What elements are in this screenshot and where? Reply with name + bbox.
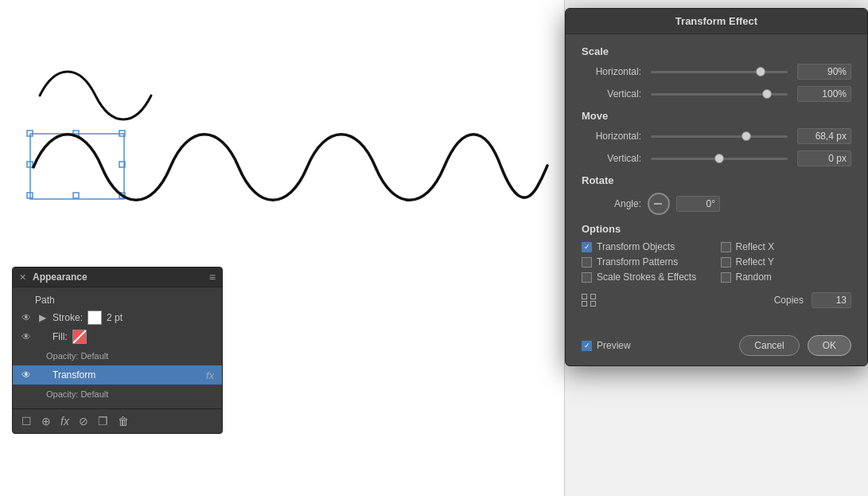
duplicate-icon[interactable]: ❐ xyxy=(95,413,111,429)
options-section-label: Options xyxy=(582,223,851,235)
options-grid: Transform Objects Reflect X Transform Pa… xyxy=(582,241,851,283)
angle-input[interactable] xyxy=(676,196,720,212)
transform-label: Transform xyxy=(53,369,201,381)
scale-strokes-checkbox[interactable] xyxy=(582,272,592,283)
stroke-label: Stroke: xyxy=(53,312,83,323)
wave-illustration xyxy=(16,48,557,223)
stroke-expand-icon[interactable]: ▶ xyxy=(37,312,48,323)
transform-effect-dialog: Transform Effect Scale Horizontal: Verti… xyxy=(565,8,868,366)
transform-patterns-row[interactable]: Transform Patterns xyxy=(582,256,713,268)
scale-vertical-label: Vertical: xyxy=(582,88,641,100)
copies-dot-1 xyxy=(582,294,587,299)
add-layer-icon[interactable]: ☐ xyxy=(19,413,34,429)
reflect-y-checkbox[interactable] xyxy=(721,257,731,268)
fx-footer-icon[interactable]: fx xyxy=(58,413,72,429)
fill-row: 👁 Fill: xyxy=(13,327,222,346)
angle-dial-indicator xyxy=(654,203,662,205)
panel-titlebar: ✕ Appearance ≡ xyxy=(13,268,222,287)
path-label: Path xyxy=(35,295,55,306)
copies-input[interactable] xyxy=(812,292,851,308)
svg-rect-0 xyxy=(30,134,124,199)
scale-horizontal-row: Horizontal: xyxy=(582,64,851,80)
move-horizontal-input[interactable] xyxy=(797,128,851,144)
opacity-label-1: Opacity: Default xyxy=(46,351,108,361)
transform-visibility-icon[interactable]: 👁 xyxy=(21,369,32,381)
fill-visibility-icon[interactable]: 👁 xyxy=(21,331,32,342)
transform-patterns-checkbox[interactable] xyxy=(582,257,592,268)
ok-button[interactable]: OK xyxy=(808,335,851,356)
reflect-x-row[interactable]: Reflect X xyxy=(721,241,852,252)
dialog-title: Transform Effect xyxy=(566,9,867,34)
rotate-row: Angle: xyxy=(582,193,851,215)
delete-icon[interactable]: ⊘ xyxy=(76,413,91,429)
dialog-footer: Preview Cancel OK xyxy=(566,329,867,365)
scale-vertical-row: Vertical: xyxy=(582,86,851,102)
scale-vertical-slider[interactable] xyxy=(651,93,788,96)
opacity-label-2: Opacity: Default xyxy=(46,389,108,399)
cancel-button[interactable]: Cancel xyxy=(739,335,799,356)
transform-objects-row[interactable]: Transform Objects xyxy=(582,241,713,252)
stroke-value: 2 pt xyxy=(107,312,123,323)
copies-label: Copies xyxy=(774,295,804,306)
reflect-y-row[interactable]: Reflect Y xyxy=(721,256,852,268)
scale-strokes-row[interactable]: Scale Strokes & Effects xyxy=(582,271,713,283)
angle-dial[interactable] xyxy=(648,193,670,215)
copies-dot-3 xyxy=(582,301,587,307)
scale-vertical-input[interactable] xyxy=(797,86,851,102)
random-checkbox[interactable] xyxy=(721,272,731,283)
move-vertical-slider[interactable] xyxy=(651,158,788,160)
stroke-color-box[interactable] xyxy=(88,310,102,325)
rotate-section-label: Rotate xyxy=(582,174,851,186)
scale-section-label: Scale xyxy=(582,45,851,57)
appearance-panel: ✕ Appearance ≡ Path 👁 ▶ Stroke: 2 pt 👁 F… xyxy=(12,267,223,434)
move-vertical-label: Vertical: xyxy=(582,153,641,164)
stroke-row: 👁 ▶ Stroke: 2 pt xyxy=(13,308,222,327)
opacity-row-1: Opacity: Default xyxy=(13,346,222,365)
move-horizontal-slider[interactable] xyxy=(651,135,788,138)
fx-badge: fx xyxy=(206,369,214,381)
scale-horizontal-label: Horizontal: xyxy=(582,66,641,77)
svg-rect-7 xyxy=(73,193,79,198)
random-row[interactable]: Random xyxy=(721,271,852,283)
stroke-visibility-icon[interactable]: 👁 xyxy=(21,312,32,323)
new-art-icon[interactable]: ⊕ xyxy=(39,413,53,429)
panel-title: Appearance xyxy=(33,271,88,283)
opacity-row-2: Opacity: Default xyxy=(13,385,222,404)
random-label: Random xyxy=(736,271,772,283)
preview-checkbox[interactable] xyxy=(582,341,592,351)
preview-label: Preview xyxy=(597,340,631,351)
trash-icon[interactable]: 🗑 xyxy=(115,413,131,429)
move-horizontal-label: Horizontal: xyxy=(582,131,641,142)
copies-icon xyxy=(582,294,597,307)
move-horizontal-row: Horizontal: xyxy=(582,128,851,144)
transform-objects-label: Transform Objects xyxy=(597,241,675,252)
transform-patterns-label: Transform Patterns xyxy=(597,256,678,268)
panel-menu-icon[interactable]: ≡ xyxy=(209,271,216,283)
transform-row[interactable]: 👁 Transform fx xyxy=(13,365,222,385)
move-section-label: Move xyxy=(582,110,851,122)
fill-color-box[interactable] xyxy=(72,330,87,344)
move-vertical-input[interactable] xyxy=(797,150,851,166)
scale-horizontal-input[interactable] xyxy=(797,64,851,80)
copies-dot-2 xyxy=(590,294,596,299)
preview-row: Preview xyxy=(582,340,731,351)
copies-dot-4 xyxy=(590,301,596,307)
reflect-y-label: Reflect Y xyxy=(736,256,774,268)
angle-label: Angle: xyxy=(582,198,641,209)
transform-objects-checkbox[interactable] xyxy=(582,242,592,252)
reflect-x-label: Reflect X xyxy=(736,241,775,252)
move-vertical-row: Vertical: xyxy=(582,150,851,166)
reflect-x-checkbox[interactable] xyxy=(721,242,731,252)
scale-strokes-label: Scale Strokes & Effects xyxy=(597,271,696,283)
scale-horizontal-slider[interactable] xyxy=(651,71,788,73)
panel-footer: ☐ ⊕ fx ⊘ ❐ 🗑 xyxy=(13,408,222,433)
panel-close-button[interactable]: ✕ xyxy=(19,272,26,283)
fill-label: Fill: xyxy=(53,331,68,342)
copies-row: Copies xyxy=(582,292,851,308)
path-header-row: Path xyxy=(13,292,222,308)
